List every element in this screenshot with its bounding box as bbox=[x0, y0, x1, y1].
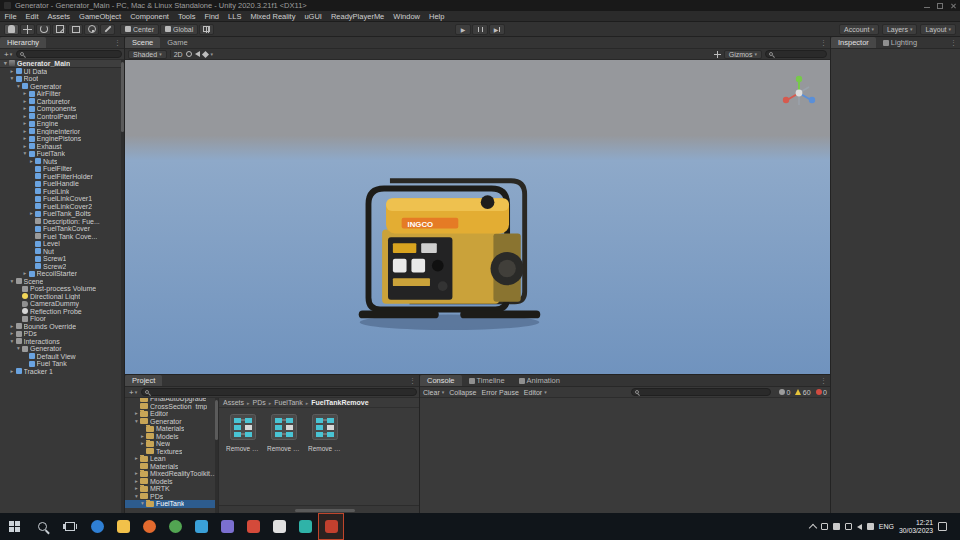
hierarchy-item-fueltankcover[interactable]: FuelTankCover bbox=[0, 225, 124, 233]
hierarchy-item-recoilstarter[interactable]: ▸RecoilStarter bbox=[0, 270, 124, 278]
pivot-toggle-button[interactable]: Center bbox=[120, 24, 159, 35]
taskbar-app-3[interactable] bbox=[136, 513, 162, 540]
hierarchy-item-fuel-tank-cove[interactable]: Fuel Tank Cove... bbox=[0, 233, 124, 241]
error-count[interactable]: 0 bbox=[816, 389, 827, 396]
expander-icon[interactable]: ▸ bbox=[9, 330, 16, 338]
account-dropdown[interactable]: Account▾ bbox=[839, 24, 879, 35]
project-folder-pds[interactable]: ▾PDs bbox=[125, 493, 218, 501]
hierarchy-item-description-fue[interactable]: Description: Fue... bbox=[0, 218, 124, 226]
menu-edit[interactable]: Edit bbox=[21, 11, 43, 21]
tab-console[interactable]: Console bbox=[420, 375, 462, 386]
gizmos-dropdown[interactable]: Gizmos▾ bbox=[724, 50, 762, 59]
taskbar-app-7[interactable] bbox=[240, 513, 266, 540]
expander-icon[interactable]: ▾ bbox=[9, 75, 16, 83]
editor-button[interactable]: Editor▾ bbox=[524, 389, 547, 396]
hierarchy-item-fuelhandle[interactable]: FuelHandle bbox=[0, 180, 124, 188]
hierarchy-item-fuellinkcover1[interactable]: FuelLinkCover1 bbox=[0, 195, 124, 203]
hierarchy-item-carburetor[interactable]: ▸Carburetor bbox=[0, 98, 124, 106]
expander-icon[interactable]: ▾ bbox=[9, 278, 16, 286]
tab-game[interactable]: Game bbox=[160, 37, 194, 48]
warning-count[interactable]: 60 bbox=[795, 389, 810, 396]
menu-ugui[interactable]: uGUI bbox=[300, 11, 327, 21]
effects-toggle-icon[interactable] bbox=[202, 50, 209, 57]
expander-icon[interactable]: ▸ bbox=[22, 90, 29, 98]
taskbar-app-2[interactable] bbox=[110, 513, 136, 540]
close-icon[interactable] bbox=[950, 3, 956, 9]
expander-icon[interactable]: ▸ bbox=[22, 128, 29, 136]
tab-hierarchy[interactable]: Hierarchy bbox=[0, 37, 46, 48]
expander-icon[interactable]: ▸ bbox=[28, 158, 35, 166]
menu-assets[interactable]: Assets bbox=[43, 11, 75, 21]
project-folder-fueltank[interactable]: ▾FuelTank bbox=[125, 500, 218, 508]
custom-tool-button[interactable] bbox=[100, 24, 115, 35]
menu-mixed-reality[interactable]: Mixed Reality bbox=[246, 11, 300, 21]
expander-icon[interactable]: ▾ bbox=[133, 493, 140, 501]
tray-app-icon[interactable] bbox=[833, 523, 840, 530]
asset-item[interactable]: Remove F... bbox=[226, 414, 260, 452]
create-button[interactable]: +▾ bbox=[2, 50, 14, 59]
hierarchy-item-ui-data[interactable]: ▸UI Data bbox=[0, 68, 124, 76]
maximize-icon[interactable] bbox=[937, 3, 943, 9]
hierarchy-item-generator[interactable]: ▾Generator bbox=[0, 345, 124, 353]
expander-icon[interactable]: ▸ bbox=[133, 455, 140, 463]
expander-icon[interactable]: ▾ bbox=[9, 338, 16, 346]
expander-icon[interactable]: ▸ bbox=[9, 368, 16, 376]
expander-icon[interactable]: ▾ bbox=[15, 345, 22, 353]
pause-button[interactable] bbox=[472, 24, 488, 35]
expander-icon[interactable]: ▸ bbox=[133, 410, 140, 418]
expander-icon[interactable]: ▸ bbox=[22, 143, 29, 151]
hierarchy-item-directional-light[interactable]: Directional Light bbox=[0, 293, 124, 301]
menu-file[interactable]: File bbox=[0, 11, 21, 21]
expander-icon[interactable]: ▸ bbox=[22, 270, 29, 278]
panel-menu-icon[interactable]: ⋮ bbox=[817, 37, 830, 48]
transform-tool-button[interactable] bbox=[84, 24, 99, 35]
space-toggle-button[interactable]: Global bbox=[160, 24, 198, 35]
action-center-icon[interactable] bbox=[938, 522, 947, 531]
project-search-input[interactable] bbox=[151, 389, 413, 396]
console-log-area[interactable] bbox=[420, 398, 830, 513]
hierarchy-scrollbar[interactable] bbox=[121, 60, 124, 513]
hierarchy-item-fuelfilter[interactable]: FuelFilter bbox=[0, 165, 124, 173]
taskbar-app-5[interactable] bbox=[188, 513, 214, 540]
hierarchy-item-controlpanel[interactable]: ▸ControlPanel bbox=[0, 113, 124, 121]
menu-window[interactable]: Window bbox=[389, 11, 425, 21]
hierarchy-item-level[interactable]: Level bbox=[0, 240, 124, 248]
expander-icon[interactable]: ▾ bbox=[15, 83, 22, 91]
clock[interactable]: 12:21 30/03/2023 bbox=[899, 519, 933, 535]
hierarchy-item-screw2[interactable]: Screw2 bbox=[0, 263, 124, 271]
expander-icon[interactable]: ▸ bbox=[139, 433, 146, 441]
menu-help[interactable]: Help bbox=[424, 11, 448, 21]
expander-icon[interactable]: ▸ bbox=[9, 323, 16, 331]
breadcrumb-segment-fueltankremove[interactable]: FuelTankRemove bbox=[311, 399, 368, 406]
scene-audio-toggle-icon[interactable] bbox=[195, 51, 200, 57]
expander-icon[interactable]: ▸ bbox=[22, 135, 29, 143]
hierarchy-item-post-process-volume[interactable]: Post-process Volume bbox=[0, 285, 124, 293]
clear-button[interactable]: Clear▾ bbox=[423, 389, 444, 396]
project-folder-textures[interactable]: Textures bbox=[125, 448, 218, 456]
hierarchy-item-fuelfilterholder[interactable]: FuelFilterHolder bbox=[0, 173, 124, 181]
tab-lighting[interactable]: Lighting bbox=[876, 37, 924, 48]
tray-shield-icon[interactable] bbox=[845, 523, 852, 530]
scene-search[interactable] bbox=[765, 50, 827, 58]
menu-component[interactable]: Component bbox=[126, 11, 174, 21]
hierarchy-item-nuts[interactable]: ▸Nuts bbox=[0, 158, 124, 166]
panel-menu-icon[interactable]: ⋮ bbox=[406, 375, 419, 386]
project-folder-crosssection-tmp[interactable]: CrossSection_tmp bbox=[125, 403, 218, 411]
tab-inspector[interactable]: Inspector bbox=[831, 37, 876, 48]
collapse-button[interactable]: Collapse bbox=[449, 389, 476, 396]
hierarchy-item-enginepistons[interactable]: ▸EnginePistons bbox=[0, 135, 124, 143]
shading-mode-dropdown[interactable]: Shaded▾ bbox=[128, 50, 167, 59]
taskbar-app-4[interactable] bbox=[162, 513, 188, 540]
hierarchy-item-fueltank-bolts[interactable]: ▸FuelTank_Bolts bbox=[0, 210, 124, 218]
hierarchy-item-scene[interactable]: ▾Scene bbox=[0, 278, 124, 286]
task-view-button[interactable] bbox=[56, 513, 84, 540]
project-folder-models[interactable]: ▸Models bbox=[125, 433, 218, 441]
panel-menu-icon[interactable]: ⋮ bbox=[111, 37, 124, 48]
hierarchy-item-root[interactable]: ▾Root bbox=[0, 75, 124, 83]
info-count[interactable]: 0 bbox=[779, 389, 790, 396]
layers-dropdown[interactable]: Layers▾ bbox=[882, 24, 918, 35]
expander-icon[interactable]: ▾ bbox=[22, 150, 29, 158]
expander-icon[interactable]: ▸ bbox=[22, 120, 29, 128]
tray-volume-icon[interactable] bbox=[857, 524, 862, 530]
tray-expand-icon[interactable] bbox=[809, 524, 817, 532]
